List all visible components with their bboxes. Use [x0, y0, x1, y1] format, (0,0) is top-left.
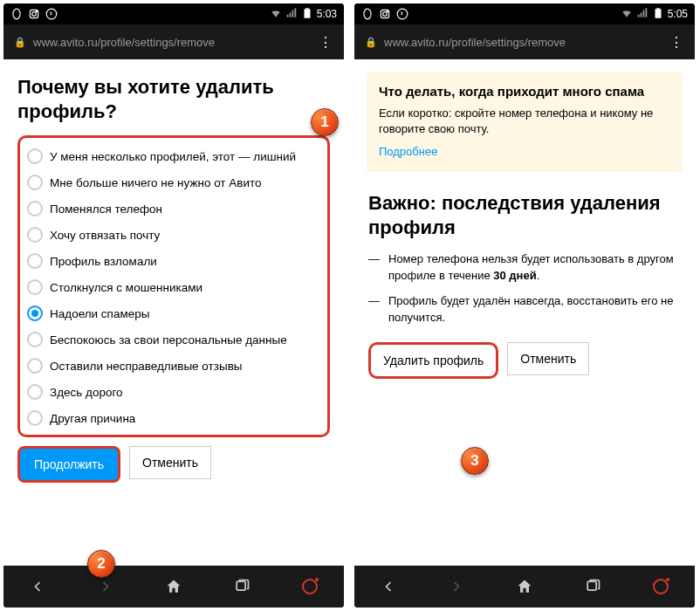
- signal-icon: [636, 7, 649, 22]
- svg-rect-5: [304, 9, 310, 17]
- phone-right: 5:05 🔒 www.avito.ru/profile/settings/rem…: [354, 3, 695, 608]
- nav-opera[interactable]: [627, 579, 695, 594]
- nav-home[interactable]: [140, 578, 208, 595]
- opera-app-icon: [361, 8, 374, 20]
- url-text: www.avito.ru/profile/settings/remove: [33, 36, 215, 49]
- lock-icon: 🔒: [365, 37, 377, 48]
- reason-label: Другая причина: [50, 412, 135, 425]
- reason-option[interactable]: Профиль взломали: [25, 248, 322, 274]
- radio-icon: [27, 227, 43, 243]
- reason-radio-group: У меня несколько профилей, этот — лишний…: [17, 135, 330, 437]
- radio-icon: [27, 358, 43, 374]
- page-title: Важно: последствия удаления профиля: [368, 191, 681, 239]
- svg-rect-7: [237, 581, 245, 590]
- instagram-app-icon: [379, 8, 391, 20]
- browser-menu-icon[interactable]: ⋮: [319, 34, 333, 51]
- status-bar: 5:05: [354, 3, 695, 24]
- radio-icon: [27, 253, 43, 269]
- opera-app-icon: [10, 8, 23, 20]
- reason-option[interactable]: Оставили несправедливые отзывы: [25, 353, 322, 379]
- radio-icon: [27, 410, 43, 426]
- url-text: www.avito.ru/profile/settings/remove: [384, 36, 566, 49]
- radio-icon: [27, 384, 43, 400]
- address-bar[interactable]: 🔒 www.avito.ru/profile/settings/remove ⋮: [3, 24, 344, 59]
- svg-rect-6: [305, 8, 309, 9]
- nav-tabs[interactable]: [559, 578, 627, 595]
- browser-navbar: [354, 566, 695, 608]
- reason-option[interactable]: У меня несколько профилей, этот — лишний: [25, 143, 322, 169]
- reason-option[interactable]: Поменялся телефон: [25, 196, 322, 222]
- svg-point-11: [387, 11, 388, 12]
- reason-option[interactable]: Столкнулся с мошенниками: [25, 274, 322, 300]
- annotation-badge-2: 2: [87, 550, 115, 578]
- radio-icon: [27, 332, 43, 347]
- svg-point-10: [383, 12, 388, 17]
- reason-option[interactable]: Надоели спамеры: [25, 300, 322, 326]
- svg-point-8: [364, 9, 371, 19]
- info-text: Если коротко: скройте номер телефона и н…: [379, 106, 670, 137]
- reason-label: У меня несколько профилей, этот — лишний: [50, 150, 296, 163]
- nav-tabs[interactable]: [208, 578, 276, 595]
- annotation-badge-1: 1: [311, 108, 339, 136]
- svg-point-2: [32, 12, 37, 17]
- page-title: Почему вы хотите удалить профиль?: [17, 75, 330, 123]
- cancel-button[interactable]: Отменить: [507, 342, 589, 375]
- consequence-list: Номер телефона нельзя будет использовать…: [368, 251, 681, 326]
- shazam-app-icon: [396, 8, 408, 20]
- svg-point-0: [13, 9, 20, 19]
- svg-point-3: [36, 11, 37, 12]
- instagram-app-icon: [28, 8, 40, 20]
- nav-forward[interactable]: [422, 578, 491, 595]
- info-box: Что делать, когда приходит много спама Е…: [367, 72, 683, 172]
- nav-back[interactable]: [354, 578, 422, 595]
- info-link[interactable]: Подробнее: [379, 145, 437, 158]
- reason-label: Оставили несправедливые отзывы: [50, 360, 243, 373]
- browser-navbar: [3, 566, 344, 608]
- reason-option[interactable]: Хочу отвязать почту: [25, 222, 322, 248]
- svg-rect-13: [655, 9, 661, 17]
- delete-profile-button[interactable]: Удалить профиль: [368, 342, 498, 379]
- reason-option[interactable]: Мне больше ничего не нужно от Авито: [25, 169, 322, 196]
- nav-opera[interactable]: [276, 579, 344, 594]
- shazam-app-icon: [45, 8, 58, 20]
- reason-label: Столкнулся с мошенниками: [50, 281, 202, 294]
- browser-menu-icon[interactable]: ⋮: [669, 34, 684, 51]
- radio-icon: [27, 279, 43, 295]
- status-bar: 5:03: [3, 3, 344, 24]
- nav-back[interactable]: [3, 578, 72, 595]
- radio-icon: [27, 148, 43, 164]
- clock-text: 5:03: [317, 8, 337, 20]
- address-bar[interactable]: 🔒 www.avito.ru/profile/settings/remove ⋮: [354, 24, 695, 59]
- reason-option[interactable]: Беспокоюсь за свои персональные данные: [25, 326, 322, 353]
- reason-option[interactable]: Здесь дорого: [25, 379, 322, 405]
- svg-rect-14: [656, 8, 660, 9]
- consequence-item: Профиль будет удалён навсегда, восстанов…: [368, 293, 681, 326]
- nav-home[interactable]: [491, 578, 559, 595]
- lock-icon: 🔒: [14, 37, 26, 48]
- page-content-left: Почему вы хотите удалить профиль? У меня…: [3, 59, 344, 566]
- battery-icon: [652, 7, 664, 22]
- reason-label: Профиль взломали: [50, 255, 157, 268]
- radio-icon: [27, 306, 43, 321]
- phone-left: 5:03 🔒 www.avito.ru/profile/settings/rem…: [3, 3, 344, 608]
- radio-icon: [27, 175, 43, 190]
- info-title: Что делать, когда приходит много спама: [379, 84, 670, 99]
- cancel-button[interactable]: Отменить: [129, 446, 211, 479]
- wifi-icon: [270, 7, 282, 22]
- battery-icon: [301, 7, 313, 22]
- reason-label: Здесь дорого: [50, 386, 123, 399]
- wifi-icon: [621, 7, 633, 22]
- reason-label: Мне больше ничего не нужно от Авито: [50, 176, 262, 189]
- page-content-right: Что делать, когда приходит много спама Е…: [354, 59, 695, 566]
- nav-forward[interactable]: [72, 578, 140, 595]
- continue-button[interactable]: Продолжить: [17, 446, 120, 483]
- clock-text: 5:05: [668, 8, 688, 20]
- reason-label: Надоели спамеры: [50, 307, 149, 320]
- reason-label: Беспокоюсь за свои персональные данные: [50, 333, 287, 347]
- signal-icon: [285, 7, 298, 22]
- reason-option[interactable]: Другая причина: [25, 405, 322, 431]
- reason-label: Хочу отвязать почту: [50, 229, 160, 242]
- radio-icon: [27, 201, 43, 216]
- annotation-badge-3: 3: [461, 447, 489, 475]
- consequence-item: Номер телефона нельзя будет использовать…: [368, 251, 681, 285]
